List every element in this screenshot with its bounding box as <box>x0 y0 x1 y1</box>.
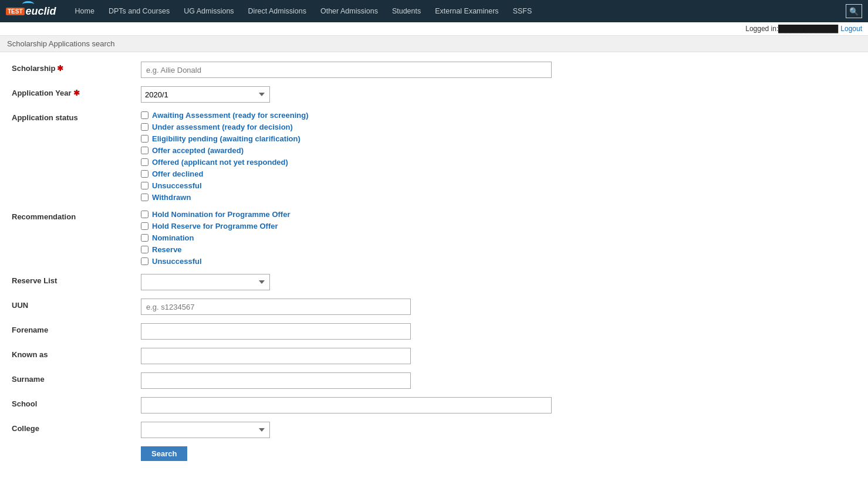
nav-home[interactable]: Home <box>68 0 102 22</box>
search-icon: 🔍 <box>849 7 859 16</box>
college-label: College <box>12 422 141 433</box>
brand: TEST euclid <box>6 5 56 18</box>
college-select[interactable] <box>141 422 270 438</box>
nav-links: Home DPTs and Courses UG Admissions Dire… <box>68 0 846 22</box>
nav-external-examiners[interactable]: External Examiners <box>428 0 505 22</box>
status-offer-declined[interactable]: Offer declined <box>141 169 856 178</box>
status-offer-accepted-checkbox[interactable] <box>141 147 148 154</box>
rec-reserve[interactable]: Reserve <box>141 245 856 254</box>
application-year-field-area: 2020/1 <box>141 86 856 103</box>
nav-dpts-courses[interactable]: DPTs and Courses <box>102 0 177 22</box>
username-display: ████████████ <box>778 25 838 33</box>
status-under-assessment-checkbox[interactable] <box>141 123 148 131</box>
rec-hold-nomination[interactable]: Hold Nomination for Programme Offer <box>141 210 856 219</box>
school-row: School <box>12 397 856 413</box>
search-button-area: Search <box>141 446 856 461</box>
nav-ug-admissions[interactable]: UG Admissions <box>177 0 241 22</box>
uun-input[interactable] <box>141 299 411 315</box>
known-as-input[interactable] <box>141 348 411 364</box>
nav-students[interactable]: Students <box>385 0 428 22</box>
surname-field-area <box>141 372 856 389</box>
reserve-list-select[interactable] <box>141 274 270 290</box>
application-status-field-area: Awaiting Assessment (ready for screening… <box>141 111 856 202</box>
college-field-area <box>141 422 856 438</box>
nav-search-button[interactable]: 🔍 <box>846 4 862 18</box>
status-offered-not-responded[interactable]: Offered (applicant not yet responded) <box>141 158 856 167</box>
nav-direct-admissions[interactable]: Direct Admissions <box>241 0 313 22</box>
rec-hold-reserve[interactable]: Hold Reserve for Programme Offer <box>141 222 856 230</box>
status-awaiting[interactable]: Awaiting Assessment (ready for screening… <box>141 111 856 120</box>
rec-unsuccessful[interactable]: Unsuccessful <box>141 257 856 266</box>
application-status-row: Application status Awaiting Assessment (… <box>12 111 856 202</box>
application-year-row: Application Year✱ 2020/1 <box>12 86 856 103</box>
status-offered-not-responded-checkbox[interactable] <box>141 158 148 166</box>
application-year-label: Application Year✱ <box>12 86 141 97</box>
scholarship-required: ✱ <box>57 64 63 73</box>
logged-in-label: Logged in: <box>745 25 778 33</box>
nav-ssfs[interactable]: SSFS <box>506 0 539 22</box>
search-button-spacer <box>12 446 141 449</box>
brand-test-label: TEST <box>6 8 25 15</box>
search-button-row: Search <box>12 446 856 461</box>
main-content: Scholarship✱ Application Year✱ 2020/1 Ap… <box>0 52 868 478</box>
page-header: Scholarship Applications search <box>0 36 868 52</box>
scholarship-input[interactable] <box>141 62 552 78</box>
uun-row: UUN <box>12 299 856 315</box>
reserve-list-field-area <box>141 274 856 290</box>
school-field-area <box>141 397 856 413</box>
reserve-list-label: Reserve List <box>12 274 141 285</box>
known-as-row: Known as <box>12 348 856 364</box>
forename-row: Forename <box>12 323 856 340</box>
school-input[interactable] <box>141 397 552 413</box>
status-offer-declined-checkbox[interactable] <box>141 170 148 178</box>
status-withdrawn-checkbox[interactable] <box>141 194 148 201</box>
rec-hold-reserve-checkbox[interactable] <box>141 222 148 230</box>
surname-row: Surname <box>12 372 856 389</box>
status-eligibility-pending-checkbox[interactable] <box>141 135 148 143</box>
rec-nomination-checkbox[interactable] <box>141 234 148 242</box>
forename-input[interactable] <box>141 323 411 340</box>
rec-reserve-checkbox[interactable] <box>141 246 148 253</box>
school-label: School <box>12 397 141 408</box>
navbar: TEST euclid Home DPTs and Courses UG Adm… <box>0 0 868 22</box>
application-year-select[interactable]: 2020/1 <box>141 86 270 103</box>
recommendation-field-area: Hold Nomination for Programme Offer Hold… <box>141 210 856 266</box>
status-eligibility-pending[interactable]: Eligibility pending (awaiting clarificat… <box>141 134 856 143</box>
scholarship-label: Scholarship✱ <box>12 62 141 73</box>
status-unsuccessful[interactable]: Unsuccessful <box>141 181 856 190</box>
known-as-field-area <box>141 348 856 364</box>
search-button[interactable]: Search <box>141 446 187 461</box>
scholarship-field-area <box>141 62 856 78</box>
application-year-required: ✱ <box>73 89 80 97</box>
rec-nomination[interactable]: Nomination <box>141 233 856 242</box>
logged-in-bar: Logged in: ████████████ Logout <box>0 22 868 36</box>
recommendation-checkboxes: Hold Nomination for Programme Offer Hold… <box>141 210 856 266</box>
logout-link[interactable]: Logout <box>840 25 862 33</box>
status-offer-accepted[interactable]: Offer accepted (awarded) <box>141 146 856 155</box>
nav-other-admissions[interactable]: Other Admissions <box>313 0 385 22</box>
application-status-checkboxes: Awaiting Assessment (ready for screening… <box>141 111 856 202</box>
scholarship-row: Scholarship✱ <box>12 62 856 78</box>
page-title: Scholarship Applications search <box>7 39 115 48</box>
surname-label: Surname <box>12 372 141 384</box>
uun-label: UUN <box>12 299 141 310</box>
forename-field-area <box>141 323 856 340</box>
reserve-list-row: Reserve List <box>12 274 856 290</box>
status-unsuccessful-checkbox[interactable] <box>141 182 148 189</box>
known-as-label: Known as <box>12 348 141 359</box>
brand-arc-decoration <box>22 1 34 7</box>
status-awaiting-checkbox[interactable] <box>141 111 148 119</box>
uun-field-area <box>141 299 856 315</box>
college-row: College <box>12 422 856 438</box>
application-status-label: Application status <box>12 111 141 122</box>
recommendation-label: Recommendation <box>12 210 141 221</box>
rec-hold-nomination-checkbox[interactable] <box>141 211 148 218</box>
status-under-assessment[interactable]: Under assessment (ready for decision) <box>141 123 856 131</box>
rec-unsuccessful-checkbox[interactable] <box>141 257 148 265</box>
forename-label: Forename <box>12 323 141 334</box>
recommendation-row: Recommendation Hold Nomination for Progr… <box>12 210 856 266</box>
surname-input[interactable] <box>141 372 411 389</box>
status-withdrawn[interactable]: Withdrawn <box>141 193 856 202</box>
